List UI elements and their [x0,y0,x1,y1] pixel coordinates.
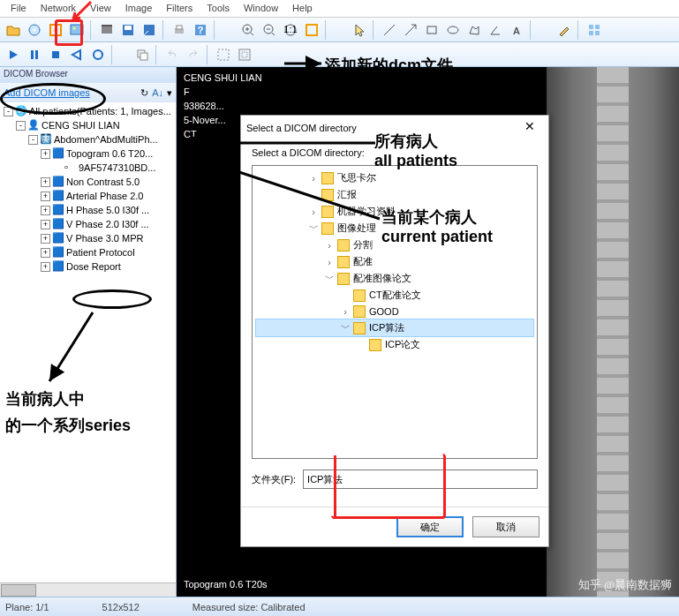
tree-node[interactable]: -👤CENG SHUI LIAN [2,118,174,132]
tree-node[interactable]: +🟦Non Contrast 5.0 [2,175,174,189]
svg-rect-4 [71,25,83,34]
tree-node[interactable]: +🟦V Phase 2.0 I30f ... [2,217,174,231]
tree[interactable]: -🌐All patients(Patients: 1, Images...-👤C… [0,102,176,582]
menu-filters[interactable]: Filters [159,0,200,17]
dir-node[interactable]: ›机器学习资料 [256,203,533,220]
toggle-icon[interactable]: + [41,149,50,159]
tree-node[interactable]: -🩻Abdomen^AbdMultiPh... [2,132,174,146]
dropdown-icon[interactable]: ▾ [167,87,172,99]
tree-node[interactable]: ▫9AF5747310BD... [2,161,174,175]
menu-network[interactable]: Network [34,0,83,17]
cursor-icon[interactable] [350,20,369,40]
zoomfit-icon[interactable] [302,20,321,40]
grid-icon[interactable] [585,20,604,40]
folder-input[interactable] [303,470,538,489]
toggle-icon[interactable]: + [41,234,50,244]
dir-node[interactable]: ›分割 [256,237,533,253]
zoom11-icon[interactable]: 1:1 [281,20,300,40]
dir-node[interactable]: ﹀配准图像论文 [256,270,533,287]
saveas-icon[interactable] [140,20,159,40]
angle-icon[interactable] [486,20,505,40]
pen-icon[interactable] [555,20,574,40]
dir-label: 机器学习资料 [337,205,396,218]
roifit-icon[interactable] [235,45,254,64]
chevron-icon[interactable]: › [325,240,334,251]
dir-node[interactable]: ﹀图像处理 [256,220,533,237]
chevron-icon[interactable]: ﹀ [341,321,350,334]
copy-icon[interactable] [132,45,152,64]
dir-node[interactable]: ›配准 [256,253,533,270]
tree-node[interactable]: -🌐All patients(Patients: 1, Images... [2,104,174,118]
chevron-icon[interactable]: › [309,173,318,184]
h-scrollbar[interactable] [0,582,176,597]
menu-file[interactable]: File [4,0,34,17]
svg-rect-27 [31,50,34,59]
image-icon[interactable] [67,20,87,40]
play-icon[interactable] [4,45,23,64]
redo-icon[interactable] [184,45,203,64]
dir-node[interactable]: ﹀ICP算法 [256,319,533,336]
sort-icon[interactable]: A↓ [152,87,163,98]
prev-icon[interactable] [67,45,87,64]
arrow-icon[interactable] [401,20,420,40]
toggle-icon[interactable]: - [16,121,26,131]
menu-window[interactable]: Window [237,0,285,17]
chevron-icon[interactable]: ﹀ [325,272,334,285]
zoomout-icon[interactable] [260,20,279,40]
rect-icon[interactable] [422,20,441,40]
directory-tree[interactable]: ›飞思卡尔汇报›机器学习资料﹀图像处理›分割›配准﹀配准图像论文CT配准论文›G… [252,165,538,459]
dir-label: ICP算法 [369,321,404,334]
poly-icon[interactable] [464,20,484,40]
roi-icon[interactable] [214,45,233,64]
tree-node[interactable]: +🟦V Phase 3.0 MPR [2,231,174,245]
loop-icon[interactable] [88,45,108,64]
cancel-button[interactable]: 取消 [472,516,539,537]
help-icon[interactable]: ? [191,20,210,40]
menu-view[interactable]: View [83,0,118,17]
menu-tools[interactable]: Tools [200,0,237,17]
menu-help[interactable]: Help [285,0,320,17]
line-icon[interactable] [380,20,399,40]
toggle-icon[interactable]: + [41,192,50,201]
undo-icon[interactable] [162,45,182,64]
dir-node[interactable]: CT配准论文 [256,287,533,304]
toggle-icon[interactable]: - [4,107,13,116]
cd-icon[interactable] [25,20,44,40]
tree-node[interactable]: +🟦Topogram 0.6 T20... [2,146,174,161]
text-icon[interactable]: A [507,20,526,40]
refresh-icon[interactable]: ↻ [140,87,148,99]
zoomin-icon[interactable] [238,20,258,40]
chevron-icon[interactable]: › [341,306,350,317]
add-dicom-link[interactable]: Add DICOM images [4,87,90,98]
stop-icon[interactable] [46,45,65,64]
dir-node[interactable]: ICP论文 [256,336,533,353]
pause-icon[interactable] [25,45,44,64]
toggle-icon[interactable]: + [41,262,50,272]
ok-button[interactable]: 确定 [396,516,464,537]
dir-node[interactable]: ›GOOD [256,304,533,319]
dir-node[interactable]: ›飞思卡尔 [256,169,533,186]
menu-image[interactable]: Image [118,0,160,17]
tree-node[interactable]: +🟦Arterial Phase 2.0 [2,189,174,203]
toolbar-2 [0,42,679,67]
tree-node[interactable]: +🟦Patient Protocol [2,245,174,259]
toggle-icon[interactable]: + [41,220,50,229]
toggle-icon[interactable]: - [28,135,38,145]
chevron-icon[interactable]: › [325,257,334,267]
ellipse-icon[interactable] [443,20,463,40]
toggle-icon[interactable]: + [41,248,50,258]
save-icon[interactable] [118,20,138,40]
chevron-icon[interactable]: › [309,207,318,217]
toggle-icon[interactable]: + [41,206,50,215]
movie-icon[interactable] [97,20,117,40]
tree-node[interactable]: +🟦Dose Report [2,259,174,274]
scan-icon[interactable] [46,20,65,40]
chevron-icon[interactable]: ﹀ [309,222,318,235]
print-icon[interactable] [170,20,189,40]
open-icon[interactable] [4,20,23,40]
svg-point-1 [34,28,36,31]
tree-node[interactable]: +🟦H Phase 5.0 I30f ... [2,203,174,217]
close-icon[interactable]: ✕ [517,119,543,137]
dir-node[interactable]: 汇报 [256,186,533,203]
toggle-icon[interactable]: + [41,177,50,187]
